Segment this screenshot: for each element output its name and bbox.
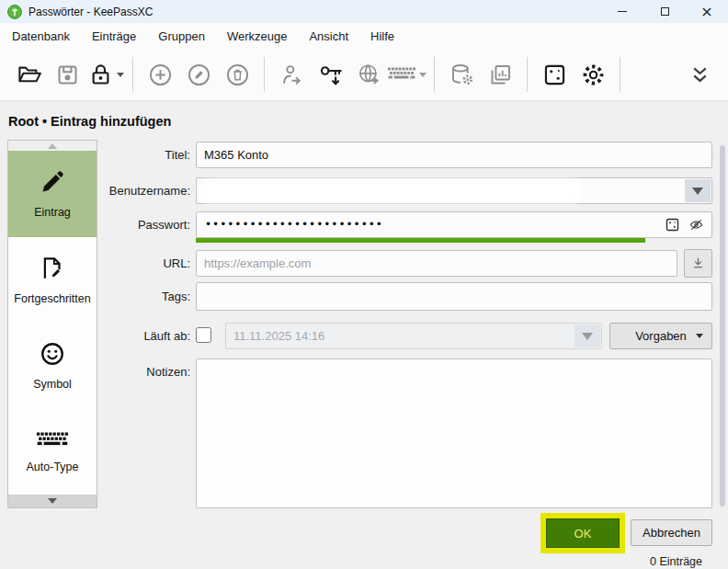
lock-dropdown-icon (117, 73, 124, 77)
keepassxc-logo-icon (7, 5, 22, 19)
toolbar-overflow-button[interactable] (680, 54, 719, 95)
expires-datetime-field: 11.11.2025 14:16 (225, 323, 602, 349)
delete-entry-button[interactable] (218, 54, 256, 95)
key-arrow-icon (318, 63, 343, 87)
redacted-username-overlay (202, 183, 579, 199)
window-title: Passwörter - KeePassXC (28, 6, 153, 18)
download-icon (690, 256, 706, 271)
ok-button-highlight: OK (540, 513, 625, 553)
menubar: Datenbank Einträge Gruppen Werkzeuge Ans… (0, 23, 728, 49)
gear-icon (581, 63, 606, 87)
close-button[interactable]: × (686, 0, 728, 23)
url-input[interactable] (196, 250, 677, 277)
database-settings-button[interactable] (442, 54, 481, 95)
expires-label: Läuft ab: (37, 323, 190, 349)
reports-button[interactable] (481, 54, 519, 95)
password-dots: •••••••••••••••••••••••• (205, 212, 383, 237)
chevron-down-icon (696, 334, 703, 338)
folder-open-icon (17, 63, 41, 87)
sidebar-item-autotype[interactable]: Auto-Type (8, 409, 97, 495)
keyboard-icon (388, 65, 415, 84)
lock-icon (88, 63, 113, 87)
report-chart-icon (488, 63, 513, 87)
floppy-save-icon (55, 63, 80, 87)
password-input[interactable]: •••••••••••••••••••••••• (196, 211, 712, 238)
menu-werkzeuge[interactable]: Werkzeuge (216, 25, 299, 48)
username-label: Benutzername: (37, 177, 190, 204)
add-entry-button[interactable] (141, 54, 179, 95)
presets-button-label: Vorgaben (635, 329, 687, 343)
keyboard-icon (37, 430, 68, 450)
chevron-down-icon (582, 333, 593, 340)
keepassxc-window: Passwörter - KeePassXC × Datenbank Eintr… (0, 0, 728, 569)
cancel-button[interactable]: Abbrechen (631, 519, 712, 546)
toolbar-separator (620, 57, 620, 92)
expires-datetime-value: 11.11.2025 14:16 (233, 329, 324, 343)
globe-arrow-icon (357, 63, 381, 87)
copy-url-button[interactable] (349, 54, 388, 95)
person-arrow-icon (279, 63, 304, 87)
autotype-dropdown-icon (419, 73, 427, 77)
ok-button[interactable]: OK (546, 518, 620, 548)
database-gear-icon (449, 63, 474, 87)
toolbar-separator (527, 57, 528, 92)
password-generator-button[interactable] (535, 54, 574, 95)
menu-hilfe[interactable]: Hilfe (359, 25, 405, 48)
window-controls: × (601, 0, 728, 23)
breadcrumb-group: Root (8, 114, 39, 129)
dice-icon (542, 63, 567, 87)
menu-gruppen[interactable]: Gruppen (147, 25, 216, 48)
username-dropdown-button[interactable] (685, 179, 711, 202)
plus-circle-icon (148, 63, 173, 87)
breadcrumb-action: Eintrag hinzufügen (51, 114, 171, 129)
download-favicon-button[interactable] (684, 249, 712, 278)
pencil-circle-icon (187, 63, 211, 87)
toolbar-separator (132, 57, 133, 92)
titlebar: Passwörter - KeePassXC × (0, 0, 728, 23)
url-label: URL: (37, 250, 190, 277)
menu-eintraege[interactable]: Einträge (81, 25, 147, 48)
copy-username-button[interactable] (272, 54, 311, 95)
copy-password-button[interactable] (311, 54, 349, 95)
breadcrumb-separator: • (42, 114, 47, 129)
toolbar-separator (434, 57, 435, 92)
password-strength-bar (196, 238, 645, 243)
breadcrumb: Root•Eintrag hinzufügen (8, 114, 175, 129)
sidebar-item-label: Auto-Type (27, 461, 79, 473)
dice-icon[interactable] (665, 217, 680, 233)
triangle-down-icon (48, 498, 57, 504)
trash-circle-icon (225, 63, 250, 87)
eye-slash-icon[interactable] (688, 217, 704, 233)
tags-label: Tags: (37, 283, 190, 310)
toolbar-separator (264, 57, 265, 92)
notes-textarea[interactable] (196, 358, 712, 508)
title-input[interactable] (196, 142, 712, 168)
tags-input[interactable] (196, 282, 712, 311)
minimize-button[interactable] (601, 0, 643, 23)
menu-ansicht[interactable]: Ansicht (298, 25, 359, 48)
application-settings-button[interactable] (574, 54, 612, 95)
chevron-double-down-icon (688, 63, 712, 87)
open-database-button[interactable] (9, 54, 48, 95)
expires-dropdown-button (574, 324, 600, 347)
minimize-icon (618, 11, 627, 12)
close-icon: × (700, 5, 712, 19)
presets-button[interactable]: Vorgaben (609, 323, 712, 349)
menu-datenbank[interactable]: Datenbank (1, 25, 81, 48)
notes-label: Notizen: (37, 358, 190, 385)
username-combobox[interactable] (196, 177, 712, 204)
toolbar (0, 49, 728, 101)
perform-autotype-button[interactable] (388, 54, 427, 95)
save-database-button[interactable] (48, 54, 86, 95)
password-label: Passwort: (37, 211, 190, 238)
maximize-button[interactable] (643, 0, 686, 23)
expires-checkbox[interactable] (196, 327, 211, 343)
chevron-down-icon (692, 188, 703, 195)
lock-database-button[interactable] (86, 54, 125, 95)
maximize-icon (661, 7, 669, 16)
vertical-scrollbar[interactable] (720, 145, 725, 506)
sidebar-scroll-down[interactable] (8, 495, 97, 507)
edit-entry-button[interactable] (179, 54, 218, 95)
title-label: Titel: (37, 142, 190, 168)
statusbar-entry-count: 0 Einträge (650, 555, 702, 568)
